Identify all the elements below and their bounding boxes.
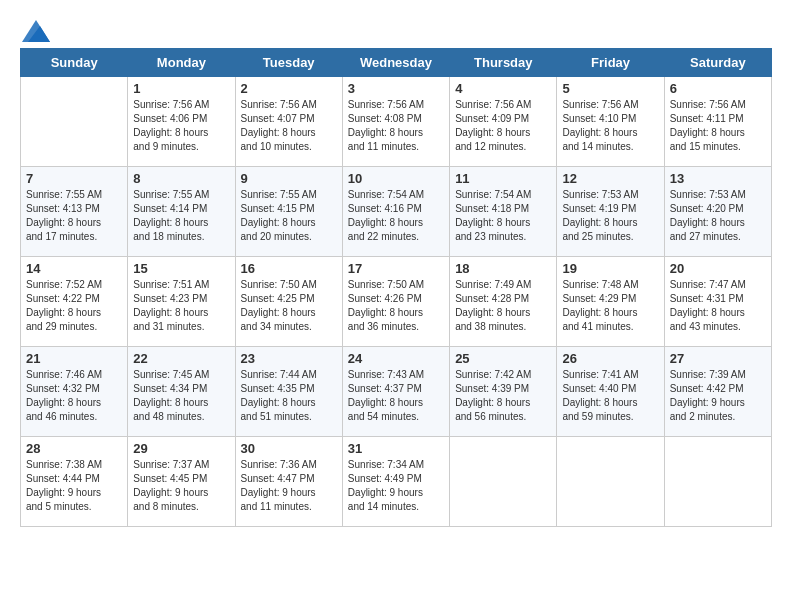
day-header-sunday: Sunday — [21, 49, 128, 77]
day-number: 14 — [26, 261, 122, 276]
day-number: 15 — [133, 261, 229, 276]
day-number: 19 — [562, 261, 658, 276]
day-number: 1 — [133, 81, 229, 96]
cell-content: Sunrise: 7:52 AM Sunset: 4:22 PM Dayligh… — [26, 278, 122, 334]
week-row-4: 21Sunrise: 7:46 AM Sunset: 4:32 PM Dayli… — [21, 347, 772, 437]
day-number: 23 — [241, 351, 337, 366]
cell-content: Sunrise: 7:54 AM Sunset: 4:16 PM Dayligh… — [348, 188, 444, 244]
cell-content: Sunrise: 7:55 AM Sunset: 4:14 PM Dayligh… — [133, 188, 229, 244]
calendar-cell: 4Sunrise: 7:56 AM Sunset: 4:09 PM Daylig… — [450, 77, 557, 167]
calendar-cell: 19Sunrise: 7:48 AM Sunset: 4:29 PM Dayli… — [557, 257, 664, 347]
calendar-cell — [664, 437, 771, 527]
cell-content: Sunrise: 7:34 AM Sunset: 4:49 PM Dayligh… — [348, 458, 444, 514]
cell-content: Sunrise: 7:48 AM Sunset: 4:29 PM Dayligh… — [562, 278, 658, 334]
calendar-cell: 31Sunrise: 7:34 AM Sunset: 4:49 PM Dayli… — [342, 437, 449, 527]
day-header-thursday: Thursday — [450, 49, 557, 77]
logo-icon — [22, 20, 50, 42]
calendar-cell: 30Sunrise: 7:36 AM Sunset: 4:47 PM Dayli… — [235, 437, 342, 527]
calendar-cell: 24Sunrise: 7:43 AM Sunset: 4:37 PM Dayli… — [342, 347, 449, 437]
day-number: 4 — [455, 81, 551, 96]
cell-content: Sunrise: 7:36 AM Sunset: 4:47 PM Dayligh… — [241, 458, 337, 514]
day-number: 16 — [241, 261, 337, 276]
cell-content: Sunrise: 7:54 AM Sunset: 4:18 PM Dayligh… — [455, 188, 551, 244]
day-header-wednesday: Wednesday — [342, 49, 449, 77]
day-number: 29 — [133, 441, 229, 456]
calendar-cell: 29Sunrise: 7:37 AM Sunset: 4:45 PM Dayli… — [128, 437, 235, 527]
week-row-2: 7Sunrise: 7:55 AM Sunset: 4:13 PM Daylig… — [21, 167, 772, 257]
day-number: 13 — [670, 171, 766, 186]
day-number: 30 — [241, 441, 337, 456]
day-header-monday: Monday — [128, 49, 235, 77]
cell-content: Sunrise: 7:45 AM Sunset: 4:34 PM Dayligh… — [133, 368, 229, 424]
calendar-cell: 9Sunrise: 7:55 AM Sunset: 4:15 PM Daylig… — [235, 167, 342, 257]
calendar-cell: 1Sunrise: 7:56 AM Sunset: 4:06 PM Daylig… — [128, 77, 235, 167]
cell-content: Sunrise: 7:55 AM Sunset: 4:13 PM Dayligh… — [26, 188, 122, 244]
week-row-3: 14Sunrise: 7:52 AM Sunset: 4:22 PM Dayli… — [21, 257, 772, 347]
cell-content: Sunrise: 7:41 AM Sunset: 4:40 PM Dayligh… — [562, 368, 658, 424]
logo — [20, 20, 50, 38]
day-number: 31 — [348, 441, 444, 456]
day-number: 8 — [133, 171, 229, 186]
cell-content: Sunrise: 7:56 AM Sunset: 4:09 PM Dayligh… — [455, 98, 551, 154]
day-number: 24 — [348, 351, 444, 366]
day-number: 6 — [670, 81, 766, 96]
calendar-cell: 11Sunrise: 7:54 AM Sunset: 4:18 PM Dayli… — [450, 167, 557, 257]
week-row-1: 1Sunrise: 7:56 AM Sunset: 4:06 PM Daylig… — [21, 77, 772, 167]
cell-content: Sunrise: 7:55 AM Sunset: 4:15 PM Dayligh… — [241, 188, 337, 244]
cell-content: Sunrise: 7:51 AM Sunset: 4:23 PM Dayligh… — [133, 278, 229, 334]
calendar-cell: 7Sunrise: 7:55 AM Sunset: 4:13 PM Daylig… — [21, 167, 128, 257]
day-number: 21 — [26, 351, 122, 366]
day-number: 9 — [241, 171, 337, 186]
day-header-saturday: Saturday — [664, 49, 771, 77]
calendar-cell: 5Sunrise: 7:56 AM Sunset: 4:10 PM Daylig… — [557, 77, 664, 167]
cell-content: Sunrise: 7:53 AM Sunset: 4:20 PM Dayligh… — [670, 188, 766, 244]
day-number: 2 — [241, 81, 337, 96]
cell-content: Sunrise: 7:56 AM Sunset: 4:06 PM Dayligh… — [133, 98, 229, 154]
day-number: 25 — [455, 351, 551, 366]
cell-content: Sunrise: 7:56 AM Sunset: 4:07 PM Dayligh… — [241, 98, 337, 154]
cell-content: Sunrise: 7:46 AM Sunset: 4:32 PM Dayligh… — [26, 368, 122, 424]
day-number: 18 — [455, 261, 551, 276]
page-header — [20, 20, 772, 38]
day-number: 22 — [133, 351, 229, 366]
cell-content: Sunrise: 7:56 AM Sunset: 4:11 PM Dayligh… — [670, 98, 766, 154]
header-row: SundayMondayTuesdayWednesdayThursdayFrid… — [21, 49, 772, 77]
calendar-cell: 13Sunrise: 7:53 AM Sunset: 4:20 PM Dayli… — [664, 167, 771, 257]
cell-content: Sunrise: 7:37 AM Sunset: 4:45 PM Dayligh… — [133, 458, 229, 514]
week-row-5: 28Sunrise: 7:38 AM Sunset: 4:44 PM Dayli… — [21, 437, 772, 527]
day-number: 27 — [670, 351, 766, 366]
day-number: 17 — [348, 261, 444, 276]
calendar-cell: 21Sunrise: 7:46 AM Sunset: 4:32 PM Dayli… — [21, 347, 128, 437]
calendar-cell: 14Sunrise: 7:52 AM Sunset: 4:22 PM Dayli… — [21, 257, 128, 347]
calendar-cell: 18Sunrise: 7:49 AM Sunset: 4:28 PM Dayli… — [450, 257, 557, 347]
calendar-cell: 26Sunrise: 7:41 AM Sunset: 4:40 PM Dayli… — [557, 347, 664, 437]
day-number: 10 — [348, 171, 444, 186]
cell-content: Sunrise: 7:43 AM Sunset: 4:37 PM Dayligh… — [348, 368, 444, 424]
calendar-cell — [557, 437, 664, 527]
calendar-cell — [450, 437, 557, 527]
day-number: 11 — [455, 171, 551, 186]
cell-content: Sunrise: 7:53 AM Sunset: 4:19 PM Dayligh… — [562, 188, 658, 244]
calendar-cell: 22Sunrise: 7:45 AM Sunset: 4:34 PM Dayli… — [128, 347, 235, 437]
calendar-cell: 3Sunrise: 7:56 AM Sunset: 4:08 PM Daylig… — [342, 77, 449, 167]
cell-content: Sunrise: 7:50 AM Sunset: 4:26 PM Dayligh… — [348, 278, 444, 334]
calendar-cell: 28Sunrise: 7:38 AM Sunset: 4:44 PM Dayli… — [21, 437, 128, 527]
calendar-cell: 15Sunrise: 7:51 AM Sunset: 4:23 PM Dayli… — [128, 257, 235, 347]
day-header-friday: Friday — [557, 49, 664, 77]
calendar-cell: 23Sunrise: 7:44 AM Sunset: 4:35 PM Dayli… — [235, 347, 342, 437]
cell-content: Sunrise: 7:44 AM Sunset: 4:35 PM Dayligh… — [241, 368, 337, 424]
calendar-cell — [21, 77, 128, 167]
calendar-cell: 8Sunrise: 7:55 AM Sunset: 4:14 PM Daylig… — [128, 167, 235, 257]
day-number: 20 — [670, 261, 766, 276]
day-number: 3 — [348, 81, 444, 96]
cell-content: Sunrise: 7:47 AM Sunset: 4:31 PM Dayligh… — [670, 278, 766, 334]
calendar-cell: 2Sunrise: 7:56 AM Sunset: 4:07 PM Daylig… — [235, 77, 342, 167]
day-number: 7 — [26, 171, 122, 186]
calendar-table: SundayMondayTuesdayWednesdayThursdayFrid… — [20, 48, 772, 527]
cell-content: Sunrise: 7:38 AM Sunset: 4:44 PM Dayligh… — [26, 458, 122, 514]
day-number: 26 — [562, 351, 658, 366]
calendar-cell: 20Sunrise: 7:47 AM Sunset: 4:31 PM Dayli… — [664, 257, 771, 347]
calendar-cell: 25Sunrise: 7:42 AM Sunset: 4:39 PM Dayli… — [450, 347, 557, 437]
cell-content: Sunrise: 7:56 AM Sunset: 4:10 PM Dayligh… — [562, 98, 658, 154]
calendar-cell: 10Sunrise: 7:54 AM Sunset: 4:16 PM Dayli… — [342, 167, 449, 257]
